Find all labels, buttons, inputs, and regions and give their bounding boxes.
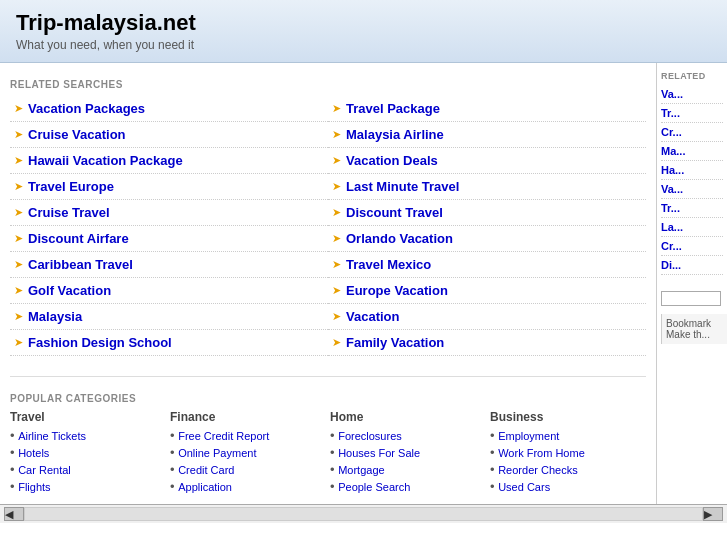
category-link[interactable]: Reorder Checks xyxy=(498,464,577,476)
make-default-text: Make th... xyxy=(666,329,725,340)
sidebar-link[interactable]: Ha... xyxy=(661,161,723,180)
list-item: ➤ Vacation xyxy=(328,304,646,330)
category-link[interactable]: Car Rental xyxy=(18,464,71,476)
list-item: People Search xyxy=(330,479,486,494)
sidebar-link[interactable]: Va... xyxy=(661,85,723,104)
category-link[interactable]: Houses For Sale xyxy=(338,447,420,459)
arrow-icon: ➤ xyxy=(14,128,23,141)
list-item: Reorder Checks xyxy=(490,462,646,477)
list-item: ➤ Travel Mexico xyxy=(328,252,646,278)
bookmark-text: Bookmark xyxy=(666,318,725,329)
sidebar-link[interactable]: Di... xyxy=(661,256,723,275)
category-link[interactable]: Online Payment xyxy=(178,447,256,459)
list-item: ➤ Travel Package xyxy=(328,96,646,122)
list-item: Hotels xyxy=(10,445,166,460)
list-item: ➤ Europe Vacation xyxy=(328,278,646,304)
list-item: Flights xyxy=(10,479,166,494)
sidebar-link[interactable]: Tr... xyxy=(661,104,723,123)
category-link[interactable]: People Search xyxy=(338,481,410,493)
list-item: Work From Home xyxy=(490,445,646,460)
search-link[interactable]: Malaysia Airline xyxy=(346,127,444,142)
list-item: ➤ Discount Travel xyxy=(328,200,646,226)
list-item: Employment xyxy=(490,428,646,443)
scroll-right-button[interactable]: ▶ xyxy=(703,507,723,521)
right-sidebar: RELATED Va... Tr... Cr... Ma... Ha... Va… xyxy=(657,63,727,504)
category-link[interactable]: Work From Home xyxy=(498,447,585,459)
list-item: ➤ Hawaii Vacation Package xyxy=(10,148,328,174)
search-link[interactable]: Europe Vacation xyxy=(346,283,448,298)
category-link[interactable]: Mortgage xyxy=(338,464,384,476)
list-item: ➤ Caribbean Travel xyxy=(10,252,328,278)
list-item: ➤ Golf Vacation xyxy=(10,278,328,304)
search-link[interactable]: Travel Package xyxy=(346,101,440,116)
category-link[interactable]: Flights xyxy=(18,481,50,493)
sidebar-link[interactable]: La... xyxy=(661,218,723,237)
arrow-icon: ➤ xyxy=(14,284,23,297)
sidebar-link[interactable]: Va... xyxy=(661,180,723,199)
category-link[interactable]: Foreclosures xyxy=(338,430,402,442)
sidebar-link[interactable]: Cr... xyxy=(661,123,723,142)
sidebar-link[interactable]: Cr... xyxy=(661,237,723,256)
search-right-col: ➤ Travel Package ➤ Malaysia Airline ➤ Va… xyxy=(328,96,646,356)
category-business: Business Employment Work From Home Reord… xyxy=(490,410,646,496)
list-item: Foreclosures xyxy=(330,428,486,443)
arrow-icon: ➤ xyxy=(14,310,23,323)
sidebar-search-area xyxy=(661,291,723,306)
sidebar-link[interactable]: Ma... xyxy=(661,142,723,161)
category-link[interactable]: Hotels xyxy=(18,447,49,459)
arrow-icon: ➤ xyxy=(332,336,341,349)
sidebar-search-input[interactable] xyxy=(661,291,721,306)
category-list: Airline Tickets Hotels Car Rental Flight… xyxy=(10,428,166,494)
list-item: Used Cars xyxy=(490,479,646,494)
arrow-icon: ➤ xyxy=(14,180,23,193)
category-link[interactable]: Airline Tickets xyxy=(18,430,86,442)
popular-categories-section: POPULAR CATEGORIES Travel Airline Ticket… xyxy=(10,376,646,496)
horizontal-scrollbar[interactable] xyxy=(24,507,703,521)
search-link[interactable]: Malaysia xyxy=(28,309,82,324)
arrow-icon: ➤ xyxy=(332,232,341,245)
category-link[interactable]: Employment xyxy=(498,430,559,442)
arrow-icon: ➤ xyxy=(14,336,23,349)
search-link[interactable]: Vacation Deals xyxy=(346,153,438,168)
popular-categories-label: POPULAR CATEGORIES xyxy=(10,393,646,404)
search-link[interactable]: Fashion Design School xyxy=(28,335,172,350)
list-item: ➤ Cruise Vacation xyxy=(10,122,328,148)
search-link[interactable]: Cruise Vacation xyxy=(28,127,126,142)
search-link[interactable]: Vacation xyxy=(346,309,399,324)
search-link[interactable]: Hawaii Vacation Package xyxy=(28,153,183,168)
bookmark-panel: Bookmark Make th... xyxy=(661,314,727,344)
list-item: Free Credit Report xyxy=(170,428,326,443)
search-link[interactable]: Cruise Travel xyxy=(28,205,110,220)
left-content: RELATED SEARCHES ➤ Vacation Packages ➤ C… xyxy=(0,63,657,504)
arrow-icon: ➤ xyxy=(332,102,341,115)
category-link[interactable]: Credit Card xyxy=(178,464,234,476)
category-list: Employment Work From Home Reorder Checks… xyxy=(490,428,646,494)
search-link[interactable]: Vacation Packages xyxy=(28,101,145,116)
arrow-icon: ➤ xyxy=(14,154,23,167)
search-link[interactable]: Discount Travel xyxy=(346,205,443,220)
search-link[interactable]: Caribbean Travel xyxy=(28,257,133,272)
category-link[interactable]: Application xyxy=(178,481,232,493)
sidebar-link[interactable]: Tr... xyxy=(661,199,723,218)
list-item: ➤ Travel Europe xyxy=(10,174,328,200)
list-item: ➤ Family Vacation xyxy=(328,330,646,356)
search-link[interactable]: Family Vacation xyxy=(346,335,444,350)
list-item: ➤ Malaysia Airline xyxy=(328,122,646,148)
category-home: Home Foreclosures Houses For Sale Mortga… xyxy=(330,410,486,496)
category-link[interactable]: Used Cars xyxy=(498,481,550,493)
list-item: Online Payment xyxy=(170,445,326,460)
search-link[interactable]: Discount Airfare xyxy=(28,231,129,246)
site-title: Trip-malaysia.net xyxy=(16,10,711,36)
category-finance: Finance Free Credit Report Online Paymen… xyxy=(170,410,326,496)
search-link[interactable]: Travel Mexico xyxy=(346,257,431,272)
search-link[interactable]: Orlando Vacation xyxy=(346,231,453,246)
arrow-icon: ➤ xyxy=(332,258,341,271)
category-title: Home xyxy=(330,410,486,424)
search-link[interactable]: Travel Europe xyxy=(28,179,114,194)
category-title: Finance xyxy=(170,410,326,424)
arrow-icon: ➤ xyxy=(332,180,341,193)
search-link[interactable]: Golf Vacation xyxy=(28,283,111,298)
search-link[interactable]: Last Minute Travel xyxy=(346,179,459,194)
category-link[interactable]: Free Credit Report xyxy=(178,430,269,442)
scroll-left-button[interactable]: ◀ xyxy=(4,507,24,521)
